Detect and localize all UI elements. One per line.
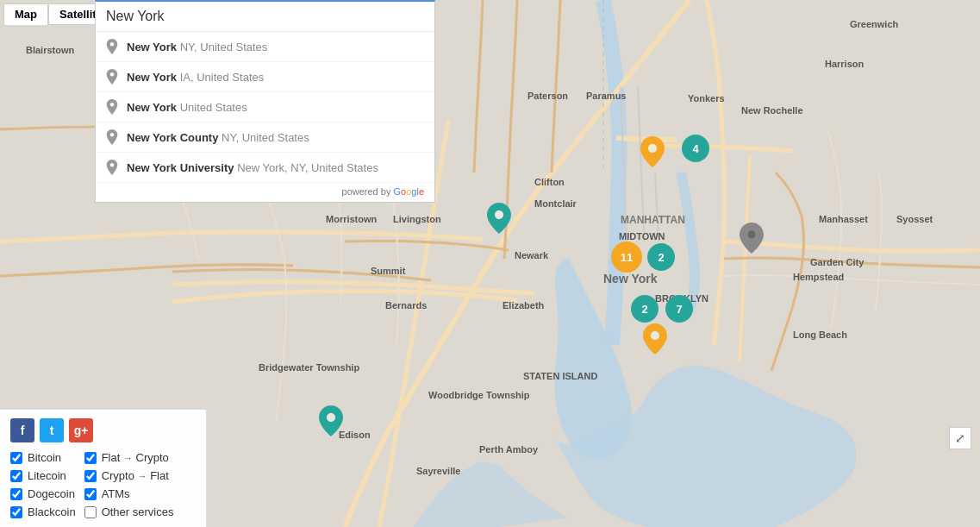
expand-button[interactable]: ⤢ xyxy=(949,427,971,449)
map-pin[interactable] xyxy=(640,136,665,171)
legend-checkbox[interactable] xyxy=(84,470,97,482)
map-cluster[interactable]: 4 xyxy=(682,135,709,162)
svg-point-1 xyxy=(495,210,503,219)
legend-label: Bitcoin xyxy=(28,451,61,464)
legend-item: Other services xyxy=(84,505,174,518)
legend-checkbox[interactable] xyxy=(84,488,97,500)
legend-label: Blackcoin xyxy=(28,505,76,518)
legend-checkbox[interactable] xyxy=(84,452,97,464)
search-container: New York NY, United States New York IA, … xyxy=(95,0,435,203)
search-input[interactable] xyxy=(96,2,434,31)
tab-map[interactable]: Map xyxy=(3,3,48,25)
svg-point-5 xyxy=(747,230,756,239)
legend-label: ATMs xyxy=(102,487,130,500)
map-cluster[interactable]: 2 xyxy=(647,243,675,271)
svg-point-4 xyxy=(651,331,659,340)
map-cluster[interactable]: 7 xyxy=(665,295,693,323)
autocomplete-item[interactable]: New York United States xyxy=(96,92,434,122)
map-pin[interactable] xyxy=(319,405,343,440)
legend-checkbox[interactable] xyxy=(84,506,97,518)
legend-item: Crypto → Flat xyxy=(84,469,174,482)
powered-by: powered by Google xyxy=(96,183,434,202)
svg-point-2 xyxy=(327,413,335,422)
autocomplete-item[interactable]: New York NY, United States xyxy=(96,32,434,62)
legend-columns: Bitcoin Litecoin Dogecoin Blackcoin Flat… xyxy=(10,451,196,518)
autocomplete-item[interactable]: New York University New York, NY, United… xyxy=(96,153,434,183)
legend-checkbox[interactable] xyxy=(10,452,22,464)
legend-item: ATMs xyxy=(84,487,174,500)
legend-label: Other services xyxy=(102,505,174,518)
map-cluster[interactable]: 2 xyxy=(631,295,659,323)
legend-label: Crypto → Flat xyxy=(102,469,169,482)
legend-item: Dogecoin xyxy=(10,487,76,500)
legend-checkbox[interactable] xyxy=(10,488,22,500)
map-container: Map Satellite New York NY, United States… xyxy=(0,0,980,527)
map-pin[interactable] xyxy=(487,203,511,237)
legend-label: Flat → Crypto xyxy=(102,451,169,464)
legend-col-left: Bitcoin Litecoin Dogecoin Blackcoin xyxy=(10,451,76,518)
legend-item: Flat → Crypto xyxy=(84,451,174,464)
legend-label: Dogecoin xyxy=(28,487,75,500)
legend-item: Bitcoin xyxy=(10,451,76,464)
autocomplete-dropdown: New York NY, United States New York IA, … xyxy=(96,31,434,183)
social-bar: f t g+ xyxy=(10,418,196,442)
legend-checkbox[interactable] xyxy=(10,506,22,518)
map-pin[interactable] xyxy=(643,323,667,358)
googleplus-button[interactable]: g+ xyxy=(69,418,93,442)
map-cluster[interactable]: 11 xyxy=(611,242,642,273)
svg-point-3 xyxy=(648,144,657,153)
facebook-button[interactable]: f xyxy=(10,418,34,442)
legend-col-right: Flat → Crypto Crypto → Flat ATMs Other s… xyxy=(84,451,174,518)
autocomplete-item[interactable]: New York IA, United States xyxy=(96,62,434,92)
autocomplete-item[interactable]: New York County NY, United States xyxy=(96,122,434,153)
legend-item: Blackcoin xyxy=(10,505,76,518)
legend-item: Litecoin xyxy=(10,469,76,482)
legend-checkbox[interactable] xyxy=(10,470,22,482)
twitter-button[interactable]: t xyxy=(40,418,64,442)
legend-label: Litecoin xyxy=(28,469,66,482)
map-pin[interactable] xyxy=(740,223,764,257)
legend-panel: f t g+ Bitcoin Litecoin Dogecoin Blackco… xyxy=(0,409,207,527)
